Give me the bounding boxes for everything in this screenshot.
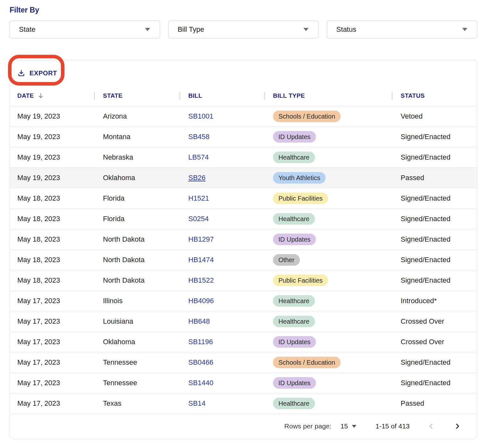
rows-per-page-value: 15 [340,422,348,430]
bill-link[interactable]: HB1297 [188,235,214,243]
bill-type-filter-label: Bill Type [178,25,204,34]
status-cell: Crossed Over [392,338,477,346]
bill-type-badge: ID Updates [273,336,316,348]
column-header-date[interactable]: DATE [17,86,94,106]
sort-arrow-down-icon [37,92,44,99]
state-cell: Florida [94,194,179,203]
filter-bar: State Bill Type Status [10,21,477,38]
table-row: May 18, 2023 North Dakota HB1474 Other S… [10,249,477,270]
date-cell: May 18, 2023 [17,256,94,264]
bill-type-badge: Public Facilities [273,193,328,204]
date-cell: May 18, 2023 [17,215,94,223]
previous-page-button[interactable] [426,421,437,432]
next-page-button[interactable] [452,421,463,432]
table-row: May 18, 2023 North Dakota HB1522 Public … [10,270,477,290]
column-header-bill[interactable]: BILL [179,86,264,106]
table-pagination: Rows per page: 15 1-15 of 413 [10,413,477,439]
bill-link[interactable]: S0254 [188,215,209,223]
state-cell: Texas [94,399,179,408]
bill-type-badge: Healthcare [273,152,315,163]
status-cell: Signed/Enacted [392,215,477,223]
table-row: May 19, 2023 Montana SB458 ID Updates Si… [10,126,477,147]
caret-down-icon [145,28,150,31]
bill-link[interactable]: HB648 [188,317,210,325]
table-row: May 18, 2023 Florida S0254 Healthcare Si… [10,208,477,229]
date-cell: May 17, 2023 [17,399,94,408]
date-cell: May 17, 2023 [17,297,94,305]
pagination-range-label: 1-15 of 413 [376,422,410,430]
download-icon [17,69,25,77]
bill-link[interactable]: SB1196 [188,338,213,346]
status-cell: Signed/Enacted [392,276,477,285]
bill-link[interactable]: SB1001 [188,112,213,120]
date-cell: May 17, 2023 [17,338,94,346]
status-cell: Introduced* [392,297,477,305]
state-cell: Louisiana [94,317,179,326]
bill-link[interactable]: SB26 [188,174,206,182]
bill-type-badge: ID Updates [273,234,316,245]
date-cell: May 18, 2023 [17,276,94,285]
column-header-status[interactable]: STATUS [392,86,477,106]
rows-per-page-select[interactable]: 15 [340,422,356,430]
status-filter-label: Status [336,25,356,34]
bill-link[interactable]: SB14 [188,399,206,407]
status-cell: Passed [392,399,477,408]
status-cell: Signed/Enacted [392,379,477,387]
page-title: Filter By [10,6,477,14]
bill-type-badge: Public Facilities [273,275,328,286]
column-header-bill-label: BILL [188,92,202,99]
export-button[interactable]: EXPORT [17,69,57,77]
status-cell: Crossed Over [392,317,477,326]
bill-link[interactable]: H1521 [188,194,209,202]
state-cell: Arizona [94,112,179,120]
bill-type-badge: Other [273,254,300,266]
status-cell: Signed/Enacted [392,256,477,264]
bill-link[interactable]: HB1522 [188,276,214,284]
bill-type-badge: Youth Athletics [273,172,326,184]
state-cell: Illinois [94,297,179,305]
table-row: May 17, 2023 Illinois HB4096 Healthcare … [10,290,477,311]
state-cell: Nebraska [94,153,179,162]
status-cell: Signed/Enacted [392,153,477,162]
bill-type-filter-dropdown[interactable]: Bill Type [168,21,319,38]
bill-link[interactable]: SB458 [188,133,209,141]
table-toolbar: EXPORT [10,60,477,86]
status-cell: Vetoed [392,112,477,120]
bill-link[interactable]: LB574 [188,153,209,161]
status-cell: Signed/Enacted [392,358,477,367]
bill-type-badge: ID Updates [273,131,316,143]
bills-table-card: EXPORT DATE STATE BILL BILL TYPE STATUS … [10,60,477,439]
bill-type-badge: Schools / Education [273,357,341,368]
status-cell: Signed/Enacted [392,235,477,244]
state-cell: North Dakota [94,256,179,264]
bill-type-badge: Healthcare [273,316,315,327]
state-cell: Oklahoma [94,338,179,346]
column-header-bill-type-label: BILL TYPE [273,92,305,99]
state-cell: Oklahoma [94,174,179,182]
bill-link[interactable]: SB0466 [188,358,213,366]
date-cell: May 19, 2023 [17,112,94,120]
table-row: May 17, 2023 Louisiana HB648 Healthcare … [10,311,477,331]
state-cell: Tennessee [94,358,179,367]
state-cell: North Dakota [94,276,179,285]
column-header-bill-type[interactable]: BILL TYPE [264,86,392,106]
date-cell: May 17, 2023 [17,379,94,387]
chevron-left-icon [427,422,435,430]
date-cell: May 18, 2023 [17,235,94,244]
table-row: May 17, 2023 Oklahoma SB1196 ID Updates … [10,331,477,352]
caret-down-icon [462,28,467,31]
date-cell: May 18, 2023 [17,194,94,203]
status-filter-dropdown[interactable]: Status [327,21,477,38]
table-row: May 17, 2023 Texas SB14 Healthcare Passe… [10,393,477,413]
bill-link[interactable]: SB1440 [188,379,213,387]
column-header-status-label: STATUS [401,92,425,99]
bill-link[interactable]: HB1474 [188,256,214,264]
table-header-row: DATE STATE BILL BILL TYPE STATUS [10,86,477,106]
state-cell: North Dakota [94,235,179,244]
status-cell: Signed/Enacted [392,133,477,141]
bill-link[interactable]: HB4096 [188,297,214,305]
state-filter-dropdown[interactable]: State [10,21,160,38]
table-row: May 17, 2023 Tennessee SB1440 ID Updates… [10,372,477,393]
column-header-state[interactable]: STATE [94,86,179,106]
bill-type-badge: Healthcare [273,398,315,409]
